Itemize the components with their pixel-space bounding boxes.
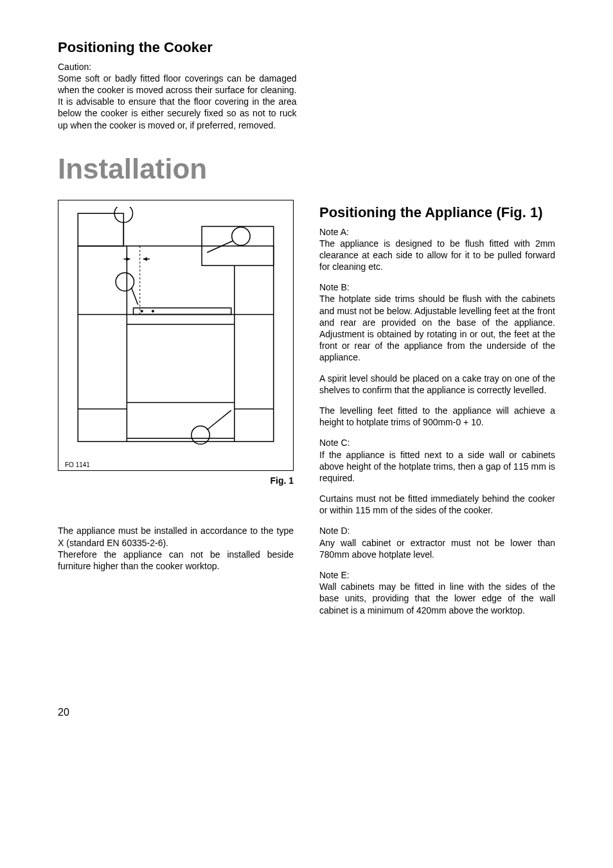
note-c-text-2: Curtains must not be fitted immediately … xyxy=(319,493,555,516)
note-b-label: Note B: xyxy=(319,281,555,293)
svg-rect-0 xyxy=(78,246,273,441)
note-c-text-1: If the appliance is fitted next to a sid… xyxy=(319,449,555,484)
left-paragraph-2: Therefore the appliance can not be insta… xyxy=(58,549,294,572)
note-e-text: Wall cabinets may be fitted in line with… xyxy=(319,581,555,616)
figure-caption: Fig. 1 xyxy=(58,475,294,486)
svg-line-24 xyxy=(207,241,233,252)
note-b-text-1: The hotplate side trims should be flush … xyxy=(319,293,555,363)
caution-text: Some soft or badly fitted floor covering… xyxy=(58,73,297,131)
svg-rect-9 xyxy=(134,308,231,314)
note-a-text: The appliance is designed to be flush fi… xyxy=(319,238,555,273)
note-b-text-3: The levelling feet fitted to the applian… xyxy=(319,405,555,428)
heading-installation: Installation xyxy=(58,150,555,187)
svg-point-11 xyxy=(152,310,154,312)
heading-positioning-cooker: Positioning the Cooker xyxy=(58,39,555,57)
installation-diagram xyxy=(65,207,287,455)
svg-line-28 xyxy=(207,410,231,429)
note-e-label: Note E: xyxy=(319,569,555,581)
svg-marker-18 xyxy=(126,257,130,261)
figure-fo-label: FO 1141 xyxy=(65,461,287,469)
svg-point-23 xyxy=(232,227,250,245)
svg-marker-20 xyxy=(143,257,147,261)
page-number: 20 xyxy=(58,706,69,720)
left-paragraph-1: The appliance must be installed in accor… xyxy=(58,525,294,548)
svg-line-26 xyxy=(132,288,138,305)
note-a-label: Note A: xyxy=(319,226,555,238)
caution-label: Caution: xyxy=(58,61,555,73)
svg-point-10 xyxy=(141,310,143,312)
svg-rect-1 xyxy=(78,213,123,246)
heading-positioning-appliance: Positioning the Appliance (Fig. 1) xyxy=(319,204,555,222)
note-d-label: Note D: xyxy=(319,525,555,536)
note-c-label: Note C: xyxy=(319,437,555,448)
note-b-text-2: A spirit level should be placed on a cak… xyxy=(319,373,555,396)
note-d-text: Any wall cabinet or extractor must not b… xyxy=(319,537,555,560)
figure-1: FO 1141 xyxy=(58,200,294,471)
